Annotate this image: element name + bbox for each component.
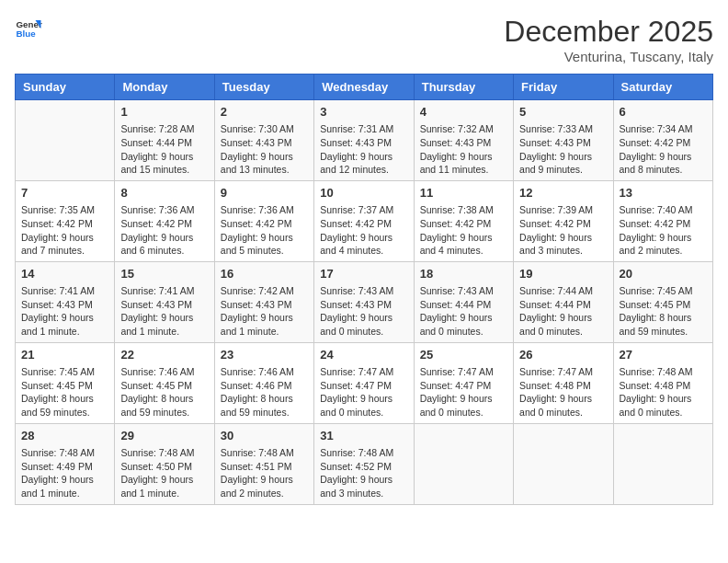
calendar-cell: 19Sunrise: 7:44 AMSunset: 4:44 PMDayligh… bbox=[514, 261, 613, 342]
weekday-header-tuesday: Tuesday bbox=[214, 75, 313, 100]
calendar-cell: 8Sunrise: 7:36 AMSunset: 4:42 PMDaylight… bbox=[115, 180, 214, 261]
day-number: 20 bbox=[620, 266, 707, 282]
day-number: 19 bbox=[519, 266, 607, 282]
calendar-cell: 1Sunrise: 7:28 AMSunset: 4:44 PMDaylight… bbox=[115, 100, 214, 181]
day-number: 15 bbox=[120, 266, 208, 282]
calendar-cell bbox=[414, 423, 513, 504]
day-info: Sunrise: 7:47 AMSunset: 4:47 PMDaylight:… bbox=[320, 365, 407, 419]
day-info: Sunrise: 7:40 AMSunset: 4:42 PMDaylight:… bbox=[620, 203, 707, 258]
day-info: Sunrise: 7:34 AMSunset: 4:42 PMDaylight:… bbox=[620, 122, 707, 177]
day-number: 5 bbox=[519, 104, 607, 121]
day-info: Sunrise: 7:47 AMSunset: 4:47 PMDaylight:… bbox=[420, 365, 507, 419]
day-number: 21 bbox=[21, 347, 108, 363]
day-number: 31 bbox=[320, 428, 407, 444]
day-number: 6 bbox=[620, 104, 707, 121]
calendar-week-5: 28Sunrise: 7:48 AMSunset: 4:49 PMDayligh… bbox=[16, 423, 713, 504]
month-title: December 2025 bbox=[504, 15, 713, 49]
weekday-header-friday: Friday bbox=[514, 75, 613, 100]
day-info: Sunrise: 7:36 AMSunset: 4:42 PMDaylight:… bbox=[221, 203, 308, 258]
logo: General Blue General Blue bbox=[15, 15, 42, 42]
day-info: Sunrise: 7:48 AMSunset: 4:49 PMDaylight:… bbox=[21, 446, 108, 500]
calendar-cell: 10Sunrise: 7:37 AMSunset: 4:42 PMDayligh… bbox=[314, 180, 414, 261]
weekday-header-sunday: Sunday bbox=[16, 75, 115, 100]
calendar-table: SundayMondayTuesdayWednesdayThursdayFrid… bbox=[15, 74, 713, 505]
day-number: 9 bbox=[221, 185, 308, 201]
day-info: Sunrise: 7:46 AMSunset: 4:45 PMDaylight:… bbox=[120, 365, 208, 419]
day-info: Sunrise: 7:42 AMSunset: 4:43 PMDaylight:… bbox=[221, 284, 308, 339]
calendar-cell: 27Sunrise: 7:48 AMSunset: 4:48 PMDayligh… bbox=[613, 342, 712, 423]
day-number: 13 bbox=[620, 185, 707, 201]
title-block: December 2025 Venturina, Tuscany, Italy bbox=[504, 15, 713, 64]
day-number: 22 bbox=[120, 347, 208, 363]
day-number: 2 bbox=[221, 104, 308, 121]
calendar-cell: 20Sunrise: 7:45 AMSunset: 4:45 PMDayligh… bbox=[613, 261, 712, 342]
day-info: Sunrise: 7:33 AMSunset: 4:43 PMDaylight:… bbox=[519, 122, 607, 177]
day-info: Sunrise: 7:31 AMSunset: 4:43 PMDaylight:… bbox=[320, 122, 407, 177]
day-info: Sunrise: 7:43 AMSunset: 4:44 PMDaylight:… bbox=[420, 284, 507, 339]
calendar-cell: 4Sunrise: 7:32 AMSunset: 4:43 PMDaylight… bbox=[414, 100, 513, 181]
calendar-cell: 6Sunrise: 7:34 AMSunset: 4:42 PMDaylight… bbox=[613, 100, 712, 181]
calendar-cell: 16Sunrise: 7:42 AMSunset: 4:43 PMDayligh… bbox=[214, 261, 313, 342]
day-info: Sunrise: 7:45 AMSunset: 4:45 PMDaylight:… bbox=[21, 365, 108, 419]
day-info: Sunrise: 7:44 AMSunset: 4:44 PMDaylight:… bbox=[519, 284, 607, 339]
calendar-week-1: 1Sunrise: 7:28 AMSunset: 4:44 PMDaylight… bbox=[16, 100, 713, 181]
day-info: Sunrise: 7:45 AMSunset: 4:45 PMDaylight:… bbox=[620, 284, 707, 339]
calendar-cell: 25Sunrise: 7:47 AMSunset: 4:47 PMDayligh… bbox=[414, 342, 513, 423]
weekday-header-thursday: Thursday bbox=[414, 75, 513, 100]
weekday-header-wednesday: Wednesday bbox=[314, 75, 414, 100]
day-number: 11 bbox=[420, 185, 507, 201]
calendar-cell bbox=[514, 423, 613, 504]
day-number: 10 bbox=[320, 185, 407, 201]
calendar-cell: 17Sunrise: 7:43 AMSunset: 4:43 PMDayligh… bbox=[314, 261, 414, 342]
day-info: Sunrise: 7:41 AMSunset: 4:43 PMDaylight:… bbox=[21, 284, 108, 339]
calendar-cell: 2Sunrise: 7:30 AMSunset: 4:43 PMDaylight… bbox=[214, 100, 313, 181]
day-info: Sunrise: 7:48 AMSunset: 4:50 PMDaylight:… bbox=[120, 446, 208, 500]
day-number: 27 bbox=[620, 347, 707, 363]
weekday-header-saturday: Saturday bbox=[613, 75, 712, 100]
calendar-cell: 29Sunrise: 7:48 AMSunset: 4:50 PMDayligh… bbox=[115, 423, 214, 504]
calendar-week-2: 7Sunrise: 7:35 AMSunset: 4:42 PMDaylight… bbox=[16, 180, 713, 261]
calendar-cell: 23Sunrise: 7:46 AMSunset: 4:46 PMDayligh… bbox=[214, 342, 313, 423]
calendar-cell: 14Sunrise: 7:41 AMSunset: 4:43 PMDayligh… bbox=[16, 261, 115, 342]
weekday-header-monday: Monday bbox=[115, 75, 214, 100]
calendar-cell: 28Sunrise: 7:48 AMSunset: 4:49 PMDayligh… bbox=[16, 423, 115, 504]
day-info: Sunrise: 7:28 AMSunset: 4:44 PMDaylight:… bbox=[120, 122, 208, 177]
page-header: General Blue General Blue December 2025 … bbox=[15, 15, 713, 64]
calendar-cell: 22Sunrise: 7:46 AMSunset: 4:45 PMDayligh… bbox=[115, 342, 214, 423]
calendar-cell: 24Sunrise: 7:47 AMSunset: 4:47 PMDayligh… bbox=[314, 342, 414, 423]
day-number: 12 bbox=[519, 185, 607, 201]
day-number: 16 bbox=[221, 266, 308, 282]
day-info: Sunrise: 7:43 AMSunset: 4:43 PMDaylight:… bbox=[320, 284, 407, 339]
calendar-cell: 13Sunrise: 7:40 AMSunset: 4:42 PMDayligh… bbox=[613, 180, 712, 261]
location-subtitle: Venturina, Tuscany, Italy bbox=[504, 49, 713, 64]
calendar-cell bbox=[16, 100, 115, 181]
day-info: Sunrise: 7:39 AMSunset: 4:42 PMDaylight:… bbox=[519, 203, 607, 258]
calendar-cell: 15Sunrise: 7:41 AMSunset: 4:43 PMDayligh… bbox=[115, 261, 214, 342]
day-number: 17 bbox=[320, 266, 407, 282]
calendar-week-4: 21Sunrise: 7:45 AMSunset: 4:45 PMDayligh… bbox=[16, 342, 713, 423]
day-info: Sunrise: 7:36 AMSunset: 4:42 PMDaylight:… bbox=[120, 203, 208, 258]
day-number: 4 bbox=[420, 104, 507, 121]
day-number: 25 bbox=[420, 347, 507, 363]
day-number: 7 bbox=[21, 185, 108, 201]
day-number: 30 bbox=[221, 428, 308, 444]
calendar-cell: 21Sunrise: 7:45 AMSunset: 4:45 PMDayligh… bbox=[16, 342, 115, 423]
day-number: 14 bbox=[21, 266, 108, 282]
calendar-week-3: 14Sunrise: 7:41 AMSunset: 4:43 PMDayligh… bbox=[16, 261, 713, 342]
day-info: Sunrise: 7:48 AMSunset: 4:52 PMDaylight:… bbox=[320, 446, 407, 500]
day-number: 18 bbox=[420, 266, 507, 282]
calendar-cell: 5Sunrise: 7:33 AMSunset: 4:43 PMDaylight… bbox=[514, 100, 613, 181]
calendar-cell: 11Sunrise: 7:38 AMSunset: 4:42 PMDayligh… bbox=[414, 180, 513, 261]
day-info: Sunrise: 7:38 AMSunset: 4:42 PMDaylight:… bbox=[420, 203, 507, 258]
calendar-cell: 30Sunrise: 7:48 AMSunset: 4:51 PMDayligh… bbox=[214, 423, 313, 504]
day-info: Sunrise: 7:32 AMSunset: 4:43 PMDaylight:… bbox=[420, 122, 507, 177]
logo-icon: General Blue bbox=[15, 15, 42, 42]
day-number: 3 bbox=[320, 104, 407, 121]
calendar-cell bbox=[613, 423, 712, 504]
day-number: 23 bbox=[221, 347, 308, 363]
svg-text:Blue: Blue bbox=[17, 29, 37, 39]
calendar-cell: 26Sunrise: 7:47 AMSunset: 4:48 PMDayligh… bbox=[514, 342, 613, 423]
weekday-header-row: SundayMondayTuesdayWednesdayThursdayFrid… bbox=[16, 75, 713, 100]
day-number: 8 bbox=[120, 185, 208, 201]
day-info: Sunrise: 7:48 AMSunset: 4:48 PMDaylight:… bbox=[620, 365, 707, 419]
